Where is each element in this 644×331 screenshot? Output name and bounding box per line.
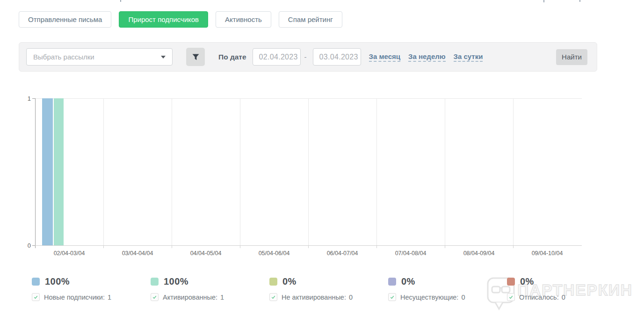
legend-checkbox-new-subscribers[interactable] — [32, 293, 40, 301]
vertical-gridline — [445, 98, 445, 245]
bar-new-subscribers[interactable] — [42, 98, 53, 245]
legend-label: Новые подписчики: — [44, 294, 105, 301]
report-tabs: Отправленные письма Прирост подписчиков … — [19, 11, 342, 28]
legend-percent: 0% — [401, 276, 415, 287]
x-axis-label: 02/04-03/04 — [35, 250, 103, 257]
x-axis-label: 09/04-10/04 — [513, 250, 581, 257]
vertical-gridline — [376, 98, 377, 245]
date-section-label: По дате — [218, 53, 246, 61]
x-axis-tick — [308, 246, 309, 248]
y-axis-label-0: 0 — [18, 242, 31, 249]
date-from-input[interactable] — [253, 48, 301, 66]
legend-label: Несуществующие: — [400, 294, 458, 301]
vertical-gridline — [103, 98, 104, 245]
legend-checkbox-not-activated[interactable] — [269, 293, 277, 301]
range-link-month[interactable]: За месяц — [369, 52, 400, 62]
vertical-gridline — [172, 98, 172, 245]
x-axis-tick — [103, 246, 104, 248]
x-axis-label: 03/04-04/04 — [103, 250, 172, 257]
legend-percent: 0% — [282, 276, 297, 287]
legend-percent: 100% — [45, 276, 70, 287]
chevron-down-icon — [161, 56, 166, 59]
tab-subscriber-growth[interactable]: Прирост подписчиков — [119, 11, 208, 28]
check-icon — [271, 294, 276, 300]
x-axis-label: 05/04-06/04 — [240, 250, 308, 257]
mailings-select-placeholder: Выбрать рассылки — [33, 53, 94, 61]
y-axis-line — [35, 98, 36, 248]
x-axis-tick — [445, 246, 445, 248]
check-icon — [152, 294, 157, 300]
vertical-gridline — [240, 98, 240, 245]
legend-value: 1 — [220, 294, 224, 301]
legend-checkbox-unsubscribed[interactable] — [507, 293, 515, 301]
vertical-gridline — [513, 98, 514, 245]
legend-swatch — [507, 278, 515, 286]
legend-swatch — [32, 278, 40, 286]
check-icon — [390, 294, 395, 300]
legend-swatch — [388, 278, 396, 286]
check-icon — [33, 294, 38, 300]
mailings-select[interactable]: Выбрать рассылки — [26, 48, 173, 66]
tab-sent-letters[interactable]: Отправленные письма — [19, 11, 111, 28]
legend-value: 0 — [461, 294, 465, 301]
legend-value: 1 — [108, 294, 111, 301]
legend-label: Не активированные: — [282, 294, 346, 301]
date-range-separator: - — [304, 53, 307, 61]
bar-activated[interactable] — [54, 98, 64, 245]
legend-item-not-activated: 0% Не активированные: 0 — [269, 276, 386, 301]
legend-item-nonexistent: 0% Несуществующие: 0 — [388, 276, 505, 301]
funnel-icon — [192, 54, 199, 60]
legend-item-activated: 100% Активированные: 1 — [151, 276, 268, 301]
legend-percent: 100% — [164, 276, 188, 287]
legend-item-new-subscribers: 100% Новые подписчики: 1 — [32, 276, 149, 301]
gridline-value-1 — [36, 98, 582, 99]
vertical-gridline — [308, 98, 309, 245]
legend-value: 0 — [562, 294, 565, 301]
x-axis-tick — [513, 246, 514, 248]
x-axis-tick — [376, 246, 377, 248]
x-axis-label: 07/04-08/04 — [376, 250, 445, 257]
search-button[interactable]: Найти — [556, 49, 587, 65]
y-tick-1 — [32, 98, 35, 99]
legend-label: Отписалось: — [519, 294, 559, 301]
tab-spam-rating[interactable]: Спам рейтинг — [279, 11, 342, 28]
x-axis-tick — [240, 246, 240, 248]
legend-checkbox-activated[interactable] — [151, 293, 159, 301]
legend-percent: 0% — [520, 276, 534, 287]
legend-checkbox-nonexistent[interactable] — [388, 293, 396, 301]
x-axis-label: 04/04-05/04 — [172, 250, 240, 257]
range-link-day[interactable]: За сутки — [454, 52, 483, 62]
tab-activity[interactable]: Активность — [216, 11, 271, 28]
filter-button[interactable] — [186, 48, 205, 66]
date-to-input[interactable] — [313, 48, 361, 66]
filter-bar: Выбрать рассылки По дате - За месяц За н… — [19, 42, 597, 72]
check-icon — [508, 294, 514, 300]
x-axis-label: 08/04-09/04 — [445, 250, 513, 257]
legend-swatch — [269, 278, 277, 286]
x-axis-label: 06/04-07/04 — [308, 250, 376, 257]
legend-item-unsubscribed: 0% Отписалось: 0 — [507, 276, 624, 301]
legend-value: 0 — [349, 294, 353, 301]
legend-label: Активированные: — [163, 294, 217, 301]
range-link-week[interactable]: За неделю — [408, 52, 446, 62]
legend-swatch — [151, 278, 159, 286]
x-axis-tick — [172, 246, 172, 248]
y-axis-label-1: 1 — [18, 95, 31, 102]
